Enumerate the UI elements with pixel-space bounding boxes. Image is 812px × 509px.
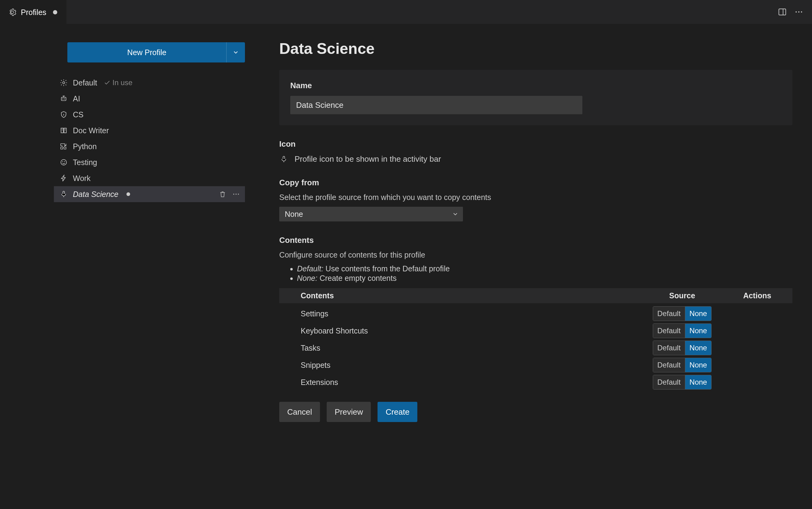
- action-row: Cancel Preview Create: [279, 402, 792, 422]
- contents-row-name: Settings: [301, 309, 642, 318]
- mic-icon: [59, 190, 69, 198]
- delete-profile-button[interactable]: [219, 190, 226, 198]
- profile-list-item[interactable]: CS: [54, 107, 245, 123]
- mic-icon[interactable]: [279, 155, 288, 164]
- new-profile-dropdown-button[interactable]: [226, 42, 245, 63]
- source-none-button[interactable]: None: [685, 358, 711, 372]
- icon-description: Profile icon to be shown in the activity…: [294, 155, 441, 164]
- puzzle-icon: [59, 142, 69, 150]
- cancel-button[interactable]: Cancel: [279, 402, 320, 422]
- profile-label: Python: [73, 142, 97, 151]
- source-toggle: Default None: [653, 306, 712, 321]
- contents-row-name: Keyboard Shortcuts: [301, 327, 642, 335]
- source-none-button[interactable]: None: [685, 375, 711, 389]
- profile-label: Default: [73, 78, 97, 87]
- source-default-button[interactable]: Default: [653, 341, 685, 355]
- copy-from-description: Select the profile source from which you…: [279, 193, 792, 202]
- source-none-button[interactable]: None: [685, 324, 711, 338]
- profile-label: CS: [73, 110, 83, 119]
- source-default-button[interactable]: Default: [653, 358, 685, 372]
- name-section: Name: [279, 70, 792, 125]
- profile-list-item[interactable]: Default In use: [54, 75, 245, 91]
- contents-description: Configure source of contents for this pr…: [279, 250, 792, 260]
- contents-row-name: Snippets: [301, 361, 642, 370]
- copy-from-label: Copy from: [279, 178, 792, 188]
- profile-label: AI: [73, 94, 80, 103]
- contents-bullet: Default: Use contents from the Default p…: [297, 264, 792, 273]
- smiley-icon: [59, 158, 69, 166]
- contents-row-name: Tasks: [301, 344, 642, 352]
- create-button[interactable]: Create: [378, 402, 417, 422]
- shield-icon: [59, 110, 69, 118]
- book-icon: [59, 127, 69, 134]
- dirty-indicator-icon: [53, 10, 57, 14]
- bolt-icon: [59, 174, 69, 182]
- source-toggle: Default None: [653, 375, 712, 389]
- icon-label: Icon: [279, 139, 792, 149]
- profile-label: Doc Writer: [73, 126, 109, 135]
- profile-list-item[interactable]: Work: [54, 170, 245, 186]
- contents-row: Settings Default None: [279, 303, 792, 320]
- check-icon: [104, 79, 110, 86]
- page-title: Data Science: [279, 40, 792, 58]
- settings-icon: [8, 8, 16, 16]
- split-editor-button[interactable]: [778, 7, 787, 16]
- contents-bullet: None: Create empty contents: [297, 274, 792, 283]
- col-source: Source: [642, 291, 722, 300]
- in-use-badge: In use: [104, 78, 132, 87]
- contents-row-name: Extensions: [301, 378, 642, 387]
- profile-list-item[interactable]: Data Science: [54, 186, 245, 202]
- col-actions: Actions: [722, 291, 792, 300]
- profile-editor: Data Science Name Icon Profile icon to b…: [260, 24, 812, 509]
- copy-from-section: Copy from Select the profile source from…: [279, 178, 792, 222]
- new-profile-button[interactable]: New Profile: [67, 42, 226, 63]
- source-none-button[interactable]: None: [685, 307, 711, 321]
- source-toggle: Default None: [653, 341, 712, 355]
- profile-list-item[interactable]: Doc Writer: [54, 123, 245, 138]
- contents-row: Extensions Default None: [279, 372, 792, 389]
- source-toggle: Default None: [653, 358, 712, 372]
- profile-name-input[interactable]: [290, 96, 582, 114]
- more-actions-button[interactable]: [794, 7, 804, 16]
- profile-label: Data Science: [73, 190, 118, 199]
- source-default-button[interactable]: Default: [653, 307, 685, 321]
- preview-button[interactable]: Preview: [327, 402, 371, 422]
- contents-table-header: Contents Source Actions: [279, 288, 792, 303]
- col-contents: Contents: [301, 291, 642, 300]
- tab-strip-empty: [66, 0, 769, 24]
- contents-row: Tasks Default None: [279, 338, 792, 354]
- copy-from-select[interactable]: None: [279, 207, 463, 222]
- new-profile-split-button[interactable]: New Profile: [67, 42, 245, 63]
- gear-icon: [59, 79, 69, 87]
- contents-section: Contents Configure source of contents fo…: [279, 236, 792, 389]
- profile-label: Testing: [73, 158, 97, 167]
- source-default-button[interactable]: Default: [653, 324, 685, 338]
- titlebar: Profiles: [0, 0, 812, 24]
- source-default-button[interactable]: Default: [653, 375, 685, 389]
- profile-list-item[interactable]: Testing: [54, 155, 245, 170]
- icon-section: Icon Profile icon to be shown in the act…: [279, 139, 792, 164]
- source-none-button[interactable]: None: [685, 341, 711, 355]
- editor-tab-profiles[interactable]: Profiles: [0, 0, 66, 24]
- titlebar-actions: [769, 0, 812, 24]
- dirty-indicator-icon: [127, 192, 130, 196]
- robot-icon: [59, 95, 69, 103]
- profile-list: Default In use AI CS Doc Writer Python T…: [54, 75, 245, 202]
- profiles-sidebar: New Profile Default In use AI CS Doc Wri…: [0, 24, 260, 509]
- contents-row: Snippets Default None: [279, 354, 792, 372]
- contents-table: Contents Source Actions Settings Default…: [279, 288, 792, 389]
- profile-list-item[interactable]: AI: [54, 91, 245, 107]
- contents-bullets: Default: Use contents from the Default p…: [279, 264, 792, 283]
- profile-more-button[interactable]: [232, 190, 240, 198]
- name-label: Name: [290, 81, 781, 90]
- profile-list-item[interactable]: Python: [54, 138, 245, 155]
- profile-label: Work: [73, 174, 91, 183]
- source-toggle: Default None: [653, 324, 712, 338]
- tab-label: Profiles: [21, 8, 46, 17]
- contents-label: Contents: [279, 236, 792, 245]
- contents-row: Keyboard Shortcuts Default None: [279, 320, 792, 338]
